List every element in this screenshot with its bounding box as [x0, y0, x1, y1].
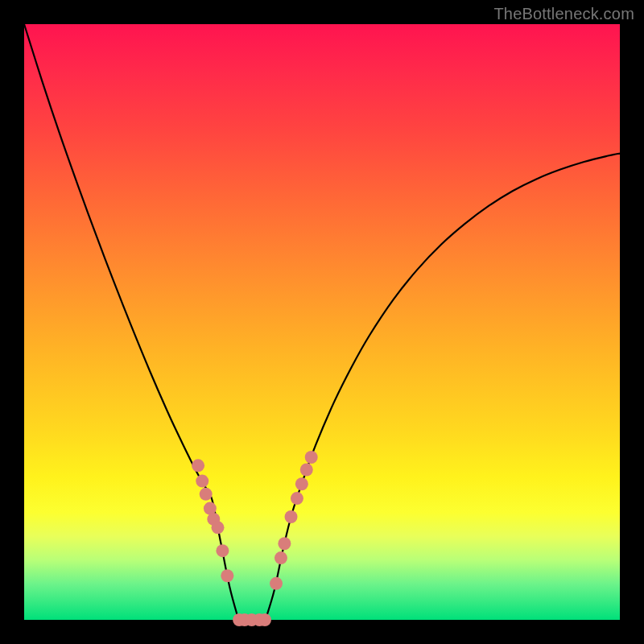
data-marker [291, 492, 303, 505]
data-marker [212, 521, 225, 534]
data-marker [278, 537, 291, 550]
data-marker [270, 577, 283, 590]
chart-canvas [24, 24, 620, 620]
data-marker [275, 551, 287, 564]
data-marker [295, 477, 308, 490]
markers-trough [233, 613, 271, 626]
watermark-text: TheBottleneck.com [493, 5, 634, 23]
curve-left [24, 24, 238, 620]
curve-right [266, 154, 620, 620]
data-marker [285, 510, 298, 523]
data-marker [216, 544, 229, 557]
data-marker [300, 464, 313, 477]
chart-svg [24, 24, 620, 620]
markers-right-branch [270, 451, 318, 590]
data-marker [258, 613, 271, 626]
data-marker [305, 451, 318, 464]
markers-left-branch [192, 459, 233, 582]
data-marker [221, 569, 233, 582]
data-marker [200, 488, 213, 501]
data-marker [192, 459, 204, 472]
data-marker [196, 475, 208, 488]
